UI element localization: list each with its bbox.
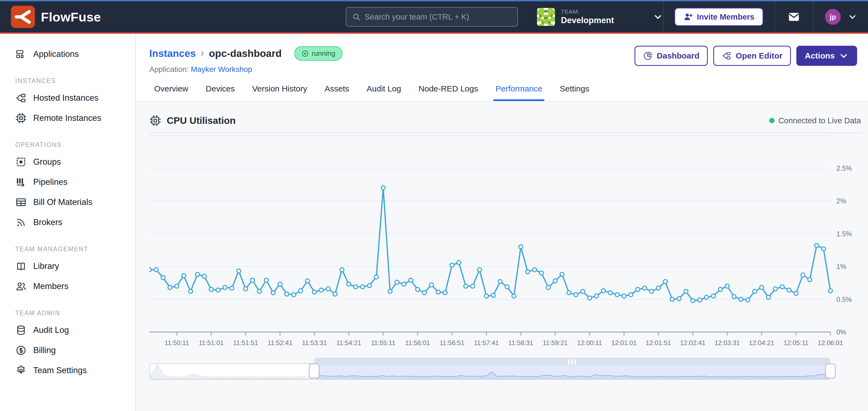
application-label: Application: xyxy=(149,65,189,73)
tab-assets[interactable]: Assets xyxy=(322,84,351,101)
sidebar-item-label: Groups xyxy=(33,157,61,167)
svg-text:12:01:51: 12:01:51 xyxy=(646,339,671,346)
sidebar-item-label: Remote Instances xyxy=(33,113,101,123)
flowfuse-logo-icon[interactable] xyxy=(11,6,35,28)
tab-version-history[interactable]: Version History xyxy=(250,84,309,101)
tab-overview[interactable]: Overview xyxy=(152,84,190,101)
brand-name: FlowFuse xyxy=(41,9,101,25)
sidebar-item-label: Applications xyxy=(33,49,79,59)
svg-text:11:51:01: 11:51:01 xyxy=(198,339,224,346)
sidebar-item-label: Library xyxy=(33,261,59,271)
sidebar-item-label: Audit Log xyxy=(33,325,69,335)
search-input[interactable] xyxy=(365,12,512,22)
flow-icon xyxy=(15,92,27,104)
user-menu[interactable]: jp xyxy=(825,9,857,25)
applications-icon xyxy=(15,48,27,60)
application-link[interactable]: Mayker Workshop xyxy=(191,65,252,73)
avatar: jp xyxy=(825,9,841,25)
navbar-divider xyxy=(663,1,663,32)
svg-text:11:59:21: 11:59:21 xyxy=(543,339,568,346)
chart-pie-icon xyxy=(643,51,653,61)
search-icon xyxy=(352,12,361,22)
sidebar-item-billing[interactable]: Billing xyxy=(0,340,135,361)
sidebar-item-label: Pipelines xyxy=(33,177,68,187)
team-name: Development xyxy=(561,15,614,25)
svg-text:2%: 2% xyxy=(836,197,846,205)
open-editor-button[interactable]: Open Editor xyxy=(713,46,791,66)
sidebar-item-applications[interactable]: Applications xyxy=(0,44,135,64)
svg-text:12:03:31: 12:03:31 xyxy=(715,339,740,346)
actions-button[interactable]: Actions xyxy=(796,46,857,66)
svg-text:0.5%: 0.5% xyxy=(836,296,852,303)
sidebar-item-members[interactable]: Members xyxy=(0,276,135,297)
svg-text:12:04:21: 12:04:21 xyxy=(749,339,774,346)
tab-performance[interactable]: Performance xyxy=(493,84,545,101)
tab-settings[interactable]: Settings xyxy=(557,84,591,101)
sidebar-item-library[interactable]: Library xyxy=(0,256,135,276)
page-header: Instances › opc-dashboard running Applic… xyxy=(136,34,868,102)
dashboard-button[interactable]: Dashboard xyxy=(634,46,708,66)
sidebar-item-label: Bill Of Materials xyxy=(33,197,92,207)
dollar-icon xyxy=(15,345,27,356)
pipelines-icon xyxy=(15,176,27,188)
database-icon xyxy=(15,324,27,336)
svg-text:11:57:41: 11:57:41 xyxy=(474,339,499,346)
open-editor-label: Open Editor xyxy=(736,51,782,61)
mail-icon xyxy=(787,11,800,23)
svg-text:12:00:11: 12:00:11 xyxy=(577,339,602,346)
svg-text:11:52:41: 11:52:41 xyxy=(268,339,292,346)
svg-text:11:58:31: 11:58:31 xyxy=(508,339,533,346)
book-icon xyxy=(15,261,27,272)
chevron-down-icon xyxy=(839,51,849,61)
sidebar-item-team-settings[interactable]: Team Settings xyxy=(0,361,135,380)
sidebar-item-label: Brokers xyxy=(33,217,62,227)
team-selector[interactable]: TEAM: Development xyxy=(537,8,663,26)
invite-members-button[interactable]: Invite Members xyxy=(674,8,764,26)
top-navbar: FlowFuse TE xyxy=(0,0,868,34)
users-icon xyxy=(15,281,27,292)
chevron-down-icon[interactable] xyxy=(653,12,663,22)
team-label: TEAM: xyxy=(561,8,614,15)
sidebar-section-operations: OPERATIONS xyxy=(0,141,135,149)
sidebar-item-label: Billing xyxy=(33,345,56,355)
live-status-label: Connected to Live Data xyxy=(778,116,861,125)
sidebar-item-remote-instances[interactable]: Remote Instances xyxy=(0,108,135,128)
svg-text:11:54:21: 11:54:21 xyxy=(337,339,362,346)
sidebar-item-audit-log[interactable]: Audit Log xyxy=(0,320,135,340)
rss-icon xyxy=(15,217,27,228)
sidebar-item-pipelines[interactable]: Pipelines xyxy=(0,172,135,192)
instance-tabs: OverviewDevicesVersion HistoryAssetsAudi… xyxy=(149,84,857,101)
tab-node-red-logs[interactable]: Node-RED Logs xyxy=(416,84,480,101)
table-icon xyxy=(15,197,27,208)
cpu-chip-icon xyxy=(149,114,161,127)
sidebar-item-bill-of-materials[interactable]: Bill Of Materials xyxy=(0,192,135,212)
status-badge-label: running xyxy=(312,49,335,58)
svg-text:12:05:11: 12:05:11 xyxy=(783,339,809,346)
sidebar-item-groups[interactable]: Groups xyxy=(0,152,135,172)
sidebar: ApplicationsINSTANCESHosted InstancesRem… xyxy=(0,34,136,411)
svg-text:12:02:41: 12:02:41 xyxy=(680,339,705,346)
user-plus-icon xyxy=(683,12,693,22)
dashboard-label: Dashboard xyxy=(657,51,700,61)
tab-devices[interactable]: Devices xyxy=(204,84,237,101)
live-status: Connected to Live Data xyxy=(769,116,861,125)
chart-title: CPU Utilisation xyxy=(167,115,236,126)
performance-content: CPU Utilisation Connected to Live Data 0… xyxy=(136,102,868,411)
gear-icon xyxy=(15,365,27,376)
svg-text:11:53:31: 11:53:31 xyxy=(302,339,327,346)
breadcrumb-instances-link[interactable]: Instances xyxy=(149,48,196,59)
team-avatar xyxy=(537,8,555,26)
flow-editor-icon xyxy=(722,51,732,61)
page-title: opc-dashboard xyxy=(209,48,282,59)
sidebar-item-brokers[interactable]: Brokers xyxy=(0,212,135,233)
notifications-button[interactable] xyxy=(787,11,800,23)
invite-members-label: Invite Members xyxy=(697,12,754,22)
tab-audit-log[interactable]: Audit Log xyxy=(365,84,403,101)
sidebar-item-hosted-instances[interactable]: Hosted Instances xyxy=(0,88,135,108)
status-badge: running xyxy=(294,46,342,61)
svg-text:1.5%: 1.5% xyxy=(836,230,852,238)
chart-range-brush[interactable] xyxy=(149,356,861,382)
team-search[interactable] xyxy=(346,7,518,27)
application-line: Application: Mayker Workshop xyxy=(149,65,857,74)
chevron-down-icon xyxy=(848,12,857,22)
